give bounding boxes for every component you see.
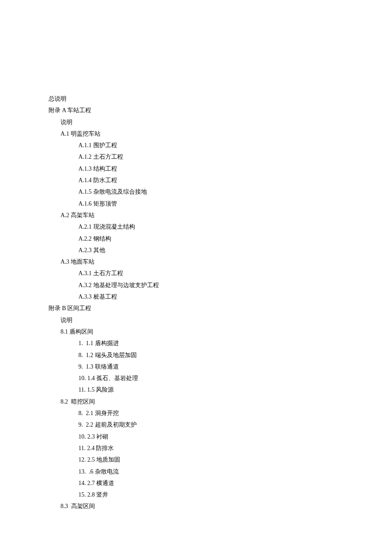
- toc-line: 说明: [49, 116, 343, 128]
- toc-line: 8.3 高架区间: [49, 500, 343, 512]
- toc-line: 9. 1.3 联络通道: [49, 361, 343, 372]
- toc-line: 12. 2.5 地质加固: [49, 454, 343, 465]
- toc-line: 11. 2.4 防排水: [49, 442, 343, 454]
- toc-line: A.2.1 现浇混凝土结构: [49, 221, 343, 232]
- toc-line: A.3 地面车站: [49, 256, 343, 267]
- toc-content: 总说明附录 A 车站工程说明A.1 明盖挖车站A.1.1 围护工程A.1.2 土…: [49, 93, 343, 512]
- toc-line: A.3.3 桩基工程: [49, 291, 343, 302]
- document-page: 总说明附录 A 车站工程说明A.1 明盖挖车站A.1.1 围护工程A.1.2 土…: [0, 0, 392, 555]
- toc-line: 附录 A 车站工程: [49, 105, 343, 116]
- toc-line: A.1.4 防水工程: [49, 174, 343, 186]
- toc-line: A.3.2 地基处理与边坡支护工程: [49, 279, 343, 291]
- toc-line: 附录 B 区间工程: [49, 302, 343, 314]
- toc-line: 13. .6 杂散电流: [49, 466, 343, 477]
- toc-line: A.1.6 矩形顶管: [49, 198, 343, 209]
- toc-line: 10. 2.3 衬砌: [49, 431, 343, 442]
- toc-line: 15. 2.8 竖井: [49, 489, 343, 500]
- toc-line: A.1.3 结构工程: [49, 163, 343, 174]
- toc-line: 11. 1.5 风险源: [49, 384, 343, 395]
- toc-line: 8.1 盾构区间: [49, 326, 343, 337]
- toc-line: 总说明: [49, 93, 343, 105]
- toc-line: A.2.2 钢结构: [49, 233, 343, 244]
- toc-line: 10. 1.4 孤石、基岩处理: [49, 372, 343, 384]
- toc-line: 8.2 暗挖区间: [49, 396, 343, 407]
- toc-line: A.1.2 土石方工程: [49, 151, 343, 163]
- toc-line: A.2 高架车站: [49, 209, 343, 221]
- toc-line: 8. 1.2 端头及地层加固: [49, 349, 343, 361]
- toc-line: A.1.5 杂散电流及综合接地: [49, 186, 343, 198]
- toc-line: A.1 明盖挖车站: [49, 128, 343, 139]
- toc-line: 说明: [49, 314, 343, 326]
- toc-line: A.1.1 围护工程: [49, 139, 343, 151]
- toc-line: 9. 2.2 超前及初期支护: [49, 419, 343, 430]
- toc-line: 14. 2.7 横通道: [49, 477, 343, 489]
- toc-line: A.3.1 土石方工程: [49, 267, 343, 279]
- toc-line: A.2.3 其他: [49, 244, 343, 256]
- toc-line: 1. 1.1 盾构掘进: [49, 337, 343, 349]
- toc-line: 8. 2.1 洞身开挖: [49, 407, 343, 419]
